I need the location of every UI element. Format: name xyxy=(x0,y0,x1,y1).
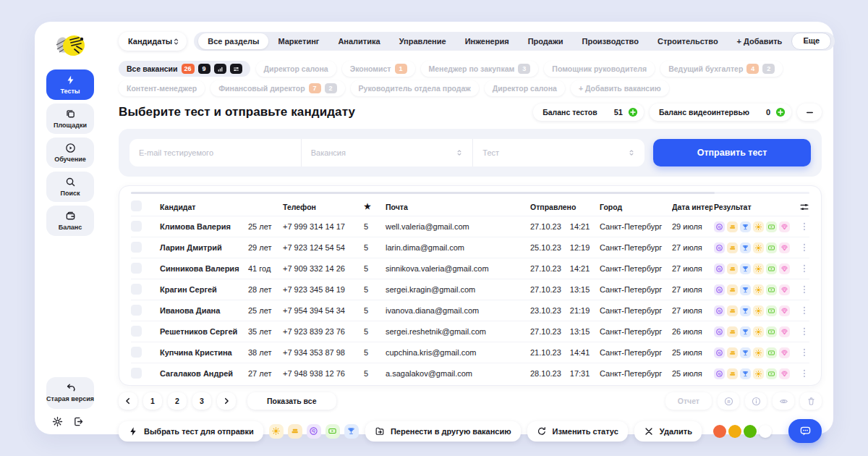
sent-date: 25.10.23 xyxy=(530,243,561,252)
tab-all-sections[interactable]: Все разделы xyxy=(198,33,268,49)
table-row[interactable]: Решетников Сергей 35 лет +7 923 839 23 7… xyxy=(131,321,809,342)
table-row[interactable]: Синникова Валерия 41 год +7 909 332 14 2… xyxy=(131,258,809,279)
page-button-3[interactable]: 3 xyxy=(192,392,211,410)
add-vacancy-button[interactable]: + Добавить вакансию xyxy=(571,80,669,96)
sent-time: 13:15 xyxy=(570,285,590,294)
table-row[interactable]: Крагин Сергей 28 лет +7 923 345 84 19 5 … xyxy=(131,279,809,300)
row-menu-button[interactable] xyxy=(799,221,809,232)
tab-sales[interactable]: Продажи xyxy=(519,33,573,49)
gear-icon[interactable] xyxy=(52,416,63,427)
trophy-icon xyxy=(740,305,751,316)
status-dot[interactable] xyxy=(744,425,757,438)
candidate-email: sinnikova.valeria@gmail.com xyxy=(386,264,530,273)
chat-button[interactable] xyxy=(788,419,822,443)
row-menu-button[interactable] xyxy=(799,305,809,316)
test-select[interactable]: Тест xyxy=(473,139,644,166)
chip-vacancy[interactable]: Ведущий бухгалтер 4 2 xyxy=(660,61,783,77)
collapse-panel-button[interactable] xyxy=(797,104,822,121)
signal-bars-icon[interactable] xyxy=(214,64,226,74)
row-checkbox[interactable] xyxy=(131,221,142,232)
old-version-button[interactable]: Старая версия xyxy=(46,377,94,409)
sliders-icon[interactable] xyxy=(230,64,242,74)
restart-icon-button[interactable]: R xyxy=(718,392,739,410)
table-row[interactable]: Сагалаков Андрей 27 лет +7 948 938 12 76… xyxy=(131,363,809,384)
row-menu-button[interactable] xyxy=(799,326,809,337)
row-menu-button[interactable] xyxy=(799,347,809,358)
delete-button[interactable]: Удалить xyxy=(634,421,702,442)
table-filter-icon[interactable] xyxy=(799,202,809,212)
logout-icon[interactable] xyxy=(73,416,84,427)
chip-vacancy[interactable]: Директор салона xyxy=(485,80,565,96)
bulb-icon[interactable] xyxy=(269,424,284,439)
table-row[interactable]: Ларин Дмитрий 29 лет +7 923 124 54 54 5 … xyxy=(131,237,809,258)
email-field[interactable] xyxy=(139,148,292,157)
row-checkbox[interactable] xyxy=(131,347,142,358)
table-row[interactable]: Купчина Кристина 38 лет +7 934 353 87 98… xyxy=(131,342,809,363)
select-all-checkbox[interactable] xyxy=(131,200,142,211)
sidebar-item-balance[interactable]: Баланс xyxy=(46,206,94,236)
sent-time: 14:21 xyxy=(570,222,590,231)
move-to-vacancy-button[interactable]: Перенести в другую вакансию xyxy=(365,421,521,442)
coins-icon[interactable] xyxy=(288,424,302,439)
prev-page-button[interactable] xyxy=(119,392,137,410)
select-test-button[interactable]: Выбрать тест для отправки xyxy=(119,421,263,442)
row-checkbox[interactable] xyxy=(131,284,142,295)
plus-circle-icon[interactable] xyxy=(628,107,638,117)
trash-icon-button[interactable] xyxy=(800,392,822,410)
row-checkbox[interactable] xyxy=(131,326,142,337)
chip-vacancy[interactable]: Экономист 1 xyxy=(342,61,415,77)
more-tabs-button[interactable]: Еще xyxy=(791,33,831,50)
page-button-1[interactable]: 1 xyxy=(143,392,162,410)
chip-vacancy[interactable]: Менеджер по закупкам 3 xyxy=(421,61,539,77)
chip-vacancy[interactable]: Руководитель отдела продаж xyxy=(351,80,479,96)
sidebar-item-platforms[interactable]: Площадки xyxy=(46,104,94,134)
scrollbar-thumb[interactable] xyxy=(131,192,715,194)
change-status-button[interactable]: Изменить статус xyxy=(527,421,628,442)
row-checkbox[interactable] xyxy=(131,263,142,274)
sidebar-item-learning[interactable]: Обучение xyxy=(46,138,94,168)
row-menu-button[interactable] xyxy=(799,263,809,274)
tab-construction[interactable]: Строительство xyxy=(648,33,728,49)
tab-marketing[interactable]: Маркетинг xyxy=(268,33,328,49)
tab-analytics[interactable]: Аналитика xyxy=(328,33,389,49)
chip-vacancy[interactable]: Контент-менеджер xyxy=(119,80,205,96)
chip-vacancy[interactable]: Помощник руководителя xyxy=(544,61,655,77)
table-row[interactable]: Иванова Диана 25 лет +7 954 394 54 34 5 … xyxy=(131,300,809,321)
chip-all-vacancies[interactable]: Все вакансии 26 9 xyxy=(119,61,250,77)
sidebar-item-search[interactable]: Поиск xyxy=(46,172,94,202)
horizontal-scrollbar[interactable] xyxy=(131,192,809,194)
tab-production[interactable]: Производство xyxy=(573,33,648,49)
table-row[interactable]: Климова Валерия 25 лет +7 999 314 14 17 … xyxy=(131,216,809,237)
row-menu-button[interactable] xyxy=(799,368,809,379)
banknote-icon[interactable] xyxy=(326,424,340,439)
candidate-rating: 5 xyxy=(364,285,386,294)
trophy-icon[interactable] xyxy=(344,424,359,439)
page-button-2[interactable]: 2 xyxy=(168,392,187,410)
report-button[interactable]: Отчет xyxy=(665,392,712,410)
chip-vacancy[interactable]: Финансовый директор 7 2 xyxy=(210,80,344,96)
iq-icon[interactable]: IQ xyxy=(307,424,321,439)
tab-engineering[interactable]: Инженерия xyxy=(456,33,519,49)
chip-vacancy[interactable]: Директор салона xyxy=(256,61,336,77)
row-menu-button[interactable] xyxy=(799,242,809,253)
row-checkbox[interactable] xyxy=(131,305,142,316)
eye-icon-button[interactable] xyxy=(773,392,794,410)
next-page-button[interactable] xyxy=(217,392,236,410)
candidate-name: Крагин Сергей xyxy=(160,285,248,294)
status-dot[interactable] xyxy=(759,425,772,438)
row-checkbox[interactable] xyxy=(131,368,142,379)
status-dot[interactable] xyxy=(713,425,726,438)
row-menu-button[interactable] xyxy=(799,284,809,295)
info-icon-button[interactable] xyxy=(745,392,767,410)
send-test-button[interactable]: Отправить тест xyxy=(653,139,811,166)
row-checkbox[interactable] xyxy=(131,242,142,253)
sidebar-item-tests[interactable]: Тесты xyxy=(46,69,94,100)
entity-selector[interactable]: Кандидаты xyxy=(119,32,187,51)
plus-circle-icon[interactable] xyxy=(775,107,786,117)
show-all-button[interactable]: Показать все xyxy=(247,392,336,410)
vacancy-select[interactable]: Вакансия xyxy=(302,139,474,166)
status-dot[interactable] xyxy=(728,425,741,438)
tab-management[interactable]: Управление xyxy=(390,33,456,49)
tab-add-section[interactable]: + Добавить xyxy=(728,33,792,49)
info-icon xyxy=(752,397,761,406)
